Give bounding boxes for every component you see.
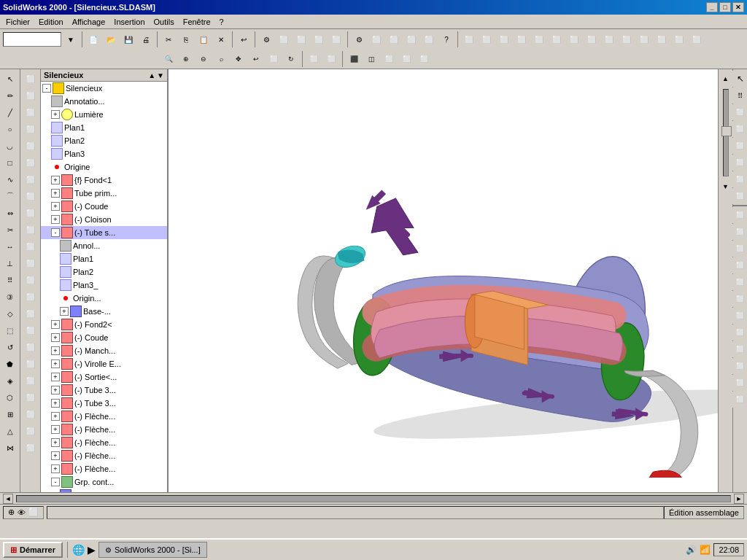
tree-item-plan2[interactable]: Plan2 <box>41 134 167 147</box>
tb-r14[interactable]: ⬜ <box>689 31 705 47</box>
lt2-2[interactable]: ⬜ <box>23 88 39 104</box>
tree-item-tubeprim[interactable]: + Tube prim... <box>41 187 167 200</box>
tree-item-sortie[interactable]: + (-) Sortie<... <box>41 370 167 384</box>
lt-plane[interactable]: ◇ <box>2 306 18 322</box>
menu-fenetre[interactable]: Fenêtre <box>179 16 215 28</box>
fleche4-expander[interactable]: + <box>51 451 60 460</box>
menu-outils[interactable]: Outils <box>150 16 179 28</box>
manch-expander[interactable]: + <box>51 346 60 355</box>
menu-help[interactable]: ? <box>215 16 228 28</box>
hscroll-right[interactable]: ► <box>734 494 744 504</box>
lt2-11[interactable]: ⬜ <box>23 238 39 254</box>
lt-circle[interactable]: ○ <box>2 121 18 137</box>
frt-cursor[interactable]: ↖ <box>732 71 748 87</box>
lt-revolve[interactable]: ↺ <box>2 339 18 355</box>
menu-affichage[interactable]: Affichage <box>68 16 110 28</box>
close-button[interactable]: ✕ <box>732 2 744 12</box>
lt2-19[interactable]: ⬜ <box>23 373 39 389</box>
minimize-button[interactable]: _ <box>706 2 718 12</box>
fleche2-expander[interactable]: + <box>51 425 60 434</box>
lt-sweep[interactable]: ⬟ <box>2 356 18 372</box>
3d-viewport[interactable] <box>169 69 718 492</box>
tb-v2[interactable]: ⬜ <box>323 51 339 67</box>
tb-pan[interactable]: ✥ <box>231 51 247 67</box>
lt-mate[interactable]: ⋈ <box>2 440 18 456</box>
tb-zoom-out[interactable]: ⊖ <box>196 51 212 67</box>
frt-b4[interactable]: ⬜ <box>732 155 748 171</box>
tree-item-ts-plan3[interactable]: Plan3_ <box>41 279 167 292</box>
tb-r1[interactable]: ⬜ <box>461 31 477 47</box>
lt-line[interactable]: ╱ <box>2 104 18 120</box>
tree-item-ts-plan2[interactable]: Plan2 <box>41 265 167 279</box>
lt-fillet[interactable]: ⌒ <box>2 188 18 204</box>
tree-item-origine[interactable]: Origine <box>41 160 167 174</box>
lt-sketch[interactable]: ✏ <box>2 88 18 104</box>
lt2-1[interactable]: ⬜ <box>23 71 39 87</box>
lt2-15[interactable]: ⬜ <box>23 306 39 322</box>
tube3a-expander[interactable]: + <box>51 386 60 394</box>
frt-b3[interactable]: ⬜ <box>732 138 748 154</box>
tree-item-lumiere[interactable]: + Lumière <box>41 108 167 121</box>
lt2-18[interactable]: ⬜ <box>23 356 39 372</box>
hscroll-left[interactable]: ◄ <box>3 494 13 504</box>
frt-grid[interactable]: ⠿ <box>732 88 748 104</box>
lumiere-expander[interactable]: + <box>51 110 60 119</box>
tb-rotate[interactable]: ↻ <box>283 51 299 67</box>
frt-b15[interactable]: ⬜ <box>732 341 748 357</box>
lt-extrude[interactable]: ⬚ <box>2 322 18 338</box>
lt-trim[interactable]: ✂ <box>2 222 18 238</box>
tb-b1[interactable]: ⬜ <box>276 31 292 47</box>
frt-b5[interactable]: ⬜ <box>732 171 748 187</box>
tree-item-manch[interactable]: + (-) Manch... <box>41 344 167 357</box>
scroll-down-btn[interactable]: ▼ <box>720 179 732 195</box>
tube3b-expander[interactable]: + <box>51 399 60 408</box>
tree-item-coude1[interactable]: + (-) Coude <box>41 200 167 213</box>
tb-disp1[interactable]: ⬛ <box>346 51 362 67</box>
lt-mirror[interactable]: ⇔ <box>2 205 18 221</box>
root-expander[interactable]: - <box>42 84 51 93</box>
virolle-expander[interactable]: + <box>51 359 60 368</box>
tree-scroll-up[interactable]: ▲ <box>148 71 155 79</box>
coude1-expander[interactable]: + <box>51 202 60 211</box>
frt-b17[interactable]: ⬜ <box>732 375 748 391</box>
scroll-thumb[interactable] <box>721 126 732 136</box>
tree-item-coaxi[interactable]: Coaxi... <box>41 489 167 492</box>
tb-b3[interactable]: ⬜ <box>311 31 327 47</box>
tree-item-tube3b[interactable]: + (-) Tube 3... <box>41 397 167 410</box>
status-icon-1[interactable]: ⊕ <box>8 508 15 517</box>
tubes-expander[interactable]: - <box>51 228 60 237</box>
lt2-22[interactable]: ⬜ <box>23 423 39 439</box>
tree-item-ts-base[interactable]: + Base-... <box>41 305 167 318</box>
tb-delete[interactable]: ✕ <box>213 31 229 47</box>
taskbar-icon-play[interactable]: ▶ <box>88 544 96 556</box>
tree-item-fond1[interactable]: + {f} Fond<1 <box>41 174 167 187</box>
grp-expander[interactable]: - <box>51 478 60 486</box>
tb-disp3[interactable]: ⬜ <box>381 51 397 67</box>
lt-rib[interactable]: ⊞ <box>2 406 18 422</box>
tb-cut[interactable]: ✂ <box>160 31 177 47</box>
lt2-9[interactable]: ⬜ <box>23 205 39 221</box>
coude2-expander[interactable]: + <box>51 333 60 342</box>
tb-new[interactable]: 📄 <box>85 31 101 47</box>
status-icon-3[interactable]: ⬜ <box>28 508 39 517</box>
tb-r11[interactable]: ⬜ <box>636 31 652 47</box>
fond1-expander[interactable]: + <box>51 176 60 184</box>
tree-item-virolle[interactable]: + (-) Virolle E... <box>41 357 167 370</box>
fleche3-expander[interactable]: + <box>51 438 60 447</box>
tree-item-fleche2[interactable]: + (-) Flèche... <box>41 423 167 436</box>
menu-insertion[interactable]: Insertion <box>109 16 149 28</box>
tb-disp2[interactable]: ◫ <box>363 51 379 67</box>
lt2-5[interactable]: ⬜ <box>23 138 39 154</box>
start-button[interactable]: ⊞ Démarrer <box>3 542 63 558</box>
tree-item-fleche4[interactable]: + (-) Flèche... <box>41 449 167 462</box>
frt-b16[interactable]: ⬜ <box>732 358 748 374</box>
tb-copy[interactable]: ⎘ <box>178 31 194 47</box>
tree-root[interactable]: - Silencieux <box>41 82 167 95</box>
lt-loft[interactable]: ◈ <box>2 373 18 389</box>
tree-item-cloison[interactable]: + (-) Cloison <box>41 213 167 226</box>
frt-b2[interactable]: ⬜ <box>732 121 748 137</box>
tb-b4[interactable]: ⬜ <box>328 31 344 47</box>
tb-r6[interactable]: ⬜ <box>549 31 565 47</box>
status-icon-2[interactable]: 👁 <box>18 508 26 517</box>
lt-draft[interactable]: △ <box>2 423 18 439</box>
